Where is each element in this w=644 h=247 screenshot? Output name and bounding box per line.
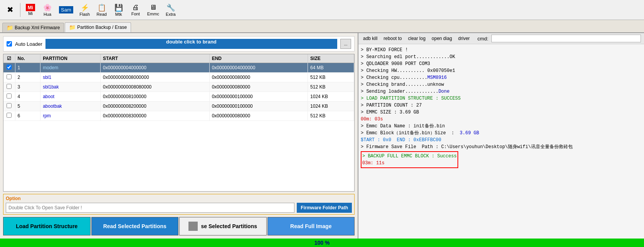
log-line: > Checking HW.......... 0x007050e1 bbox=[361, 67, 642, 74]
emmc-icon: 🖥 bbox=[150, 3, 156, 12]
log-line: > BY-MIKO FORCE ! bbox=[361, 47, 642, 53]
row-check[interactable] bbox=[3, 63, 15, 73]
tab-partition-backup-label: Partition Backup / Erase bbox=[77, 25, 127, 30]
read-selected-button[interactable]: Read Selected Partitions bbox=[91, 217, 179, 235]
log-line: > Sending loader............Done bbox=[361, 88, 642, 95]
font-button[interactable]: 🖨 Font bbox=[128, 2, 143, 17]
highlighted-log-box: > BACKUP FULL EMMC BLOCK : Success03m: 1… bbox=[361, 151, 458, 168]
log-line: 03m: 11s bbox=[362, 160, 457, 167]
row-end: 0x00000000100000 bbox=[209, 102, 308, 111]
flash-label: Flash bbox=[79, 12, 90, 17]
sam-button[interactable]: Sam Sam bbox=[57, 5, 76, 15]
bottom-buttons: Load Partition Structure Read Selected P… bbox=[3, 217, 355, 235]
folder-input[interactable] bbox=[6, 203, 294, 213]
row-partition-name: rpm bbox=[40, 111, 101, 121]
table-row: 6rpm0x0000000083000000x0000000080000512 … bbox=[3, 111, 354, 121]
read-label: Read bbox=[97, 12, 107, 17]
col-end: END bbox=[209, 54, 308, 63]
backup-xml-icon: 📁 bbox=[7, 25, 13, 31]
table-row: 2sbl10x00000000080000000x000000008000051… bbox=[3, 73, 354, 82]
row-no: 3 bbox=[15, 82, 40, 92]
status-bar: 100 % bbox=[0, 239, 644, 247]
read-full-image-button[interactable]: Read Full Image bbox=[267, 217, 355, 235]
flash-button[interactable]: ⚡ Flash bbox=[77, 2, 92, 18]
row-size: 512 KB bbox=[308, 73, 354, 82]
table-header-row: ☑ No. PARTITION START END SIZE bbox=[3, 54, 354, 63]
sam-icon: Sam bbox=[59, 6, 73, 13]
right-panel: adb kill reboot to clear log open diag d… bbox=[358, 33, 644, 239]
row-check[interactable] bbox=[3, 102, 15, 111]
hua-button[interactable]: 🌸 Hua bbox=[40, 2, 55, 18]
col-no: No. bbox=[15, 54, 40, 63]
row-check[interactable] bbox=[3, 92, 15, 102]
row-size: 1024 KB bbox=[308, 102, 354, 111]
toolbar: ✖ Mi Mi 🌸 Hua Sam Sam ⚡ Flash 📋 Read 💾 M… bbox=[0, 0, 644, 20]
tab-partition-backup[interactable]: 📁 Partition Backup / Erase bbox=[65, 22, 131, 32]
auto-loader-checkbox[interactable] bbox=[7, 41, 12, 47]
clear-log-button[interactable]: clear log bbox=[407, 35, 427, 42]
row-partition-name: sbl1bak bbox=[40, 82, 101, 92]
auto-loader-row: Auto Loader double click to brand ... bbox=[3, 36, 355, 52]
row-no: 6 bbox=[15, 111, 40, 121]
mi-label: Mi bbox=[28, 11, 33, 16]
log-area[interactable]: > BY-MIKO FORCE !> Searching edl port...… bbox=[358, 44, 644, 239]
row-end: 0x000000004000000 bbox=[209, 63, 308, 73]
log-line: > Emmc Block（init备份.bin）Size : 3.69 GB bbox=[361, 130, 642, 137]
row-no: 5 bbox=[15, 102, 40, 111]
extra-label: Extra bbox=[166, 12, 176, 17]
extra-button[interactable]: 🔧 Extra bbox=[163, 2, 178, 18]
log-line: 00m: 03s bbox=[361, 116, 642, 123]
cmd-input[interactable] bbox=[491, 35, 641, 42]
table-row: 1modem0x0000000040000000x000000004000000… bbox=[3, 63, 354, 73]
log-line: > Emmc Data Name : init备份.bin bbox=[361, 123, 642, 130]
left-panel: Auto Loader double click to brand ... ☑ … bbox=[0, 33, 358, 239]
col-check: ☑ bbox=[3, 54, 15, 63]
driver-button[interactable]: driver bbox=[457, 35, 471, 42]
row-check[interactable] bbox=[3, 111, 15, 121]
reboot-to-button[interactable]: reboot to bbox=[382, 35, 403, 42]
read-icon: 📋 bbox=[98, 3, 106, 12]
row-end: 0x0000000080000 bbox=[209, 111, 308, 121]
partition-table-container[interactable]: ☑ No. PARTITION START END SIZE 1modem0x0… bbox=[3, 54, 355, 192]
row-partition-name: sbl1 bbox=[40, 73, 101, 82]
adb-kill-button[interactable]: adb kill bbox=[362, 35, 379, 42]
tools-icon: ✖ bbox=[7, 5, 13, 14]
erase-selected-button[interactable]: se Selected Partitions bbox=[179, 217, 267, 235]
tab-backup-xml-label: Backup Xml Firmware bbox=[15, 25, 60, 30]
separator-1 bbox=[20, 3, 20, 17]
row-size: 1024 KB bbox=[308, 92, 354, 102]
auto-loader-label: Auto Loader bbox=[15, 41, 42, 47]
row-start: 0x000000008300000 bbox=[101, 111, 210, 121]
mi-button[interactable]: Mi Mi bbox=[23, 3, 38, 17]
brand-input[interactable]: double click to brand bbox=[45, 39, 337, 49]
folder-path-button[interactable]: Firmware Folder Path bbox=[297, 203, 352, 213]
row-end: 0x0000000080000 bbox=[209, 82, 308, 92]
emmc-button[interactable]: 🖥 Emmc bbox=[145, 2, 161, 17]
row-no: 4 bbox=[15, 92, 40, 102]
row-partition-name: abootbak bbox=[40, 102, 101, 111]
row-no: 2 bbox=[15, 73, 40, 82]
log-line: > BACKUP FULL EMMC BLOCK : Success bbox=[362, 153, 457, 160]
option-label: Option bbox=[6, 196, 352, 201]
mi-icon: Mi bbox=[26, 4, 35, 11]
log-line: > LOAD PARTITION STRUCTURE : SUCCESS bbox=[361, 95, 642, 102]
font-icon: 🖨 bbox=[132, 3, 139, 12]
row-check[interactable] bbox=[3, 82, 15, 92]
col-size: SIZE bbox=[308, 54, 354, 63]
tab-backup-xml[interactable]: 📁 Backup Xml Firmware bbox=[2, 23, 64, 32]
load-partition-button[interactable]: Load Partition Structure bbox=[3, 217, 91, 235]
log-line: > Checking brand........unknow bbox=[361, 81, 642, 88]
row-start: 0x0000000008000000 bbox=[101, 73, 210, 82]
mtk-button[interactable]: 💾 Mtk bbox=[111, 2, 126, 18]
row-check[interactable] bbox=[3, 73, 15, 82]
erase-selected-label: se Selected Partitions bbox=[201, 223, 257, 229]
read-button[interactable]: 📋 Read bbox=[94, 2, 109, 18]
log-line: > Checking cpu..........MSM8916 bbox=[361, 74, 642, 81]
log-line: > Searching edl port............OK bbox=[361, 53, 642, 60]
col-start: START bbox=[101, 54, 210, 63]
row-start: 0x000000008100000 bbox=[101, 92, 210, 102]
tab-bar: 📁 Backup Xml Firmware 📁 Partition Backup… bbox=[0, 20, 644, 33]
browse-button[interactable]: ... bbox=[340, 39, 351, 49]
tools-button[interactable]: ✖ bbox=[2, 4, 18, 16]
open-diag-button[interactable]: open diag bbox=[430, 35, 454, 42]
